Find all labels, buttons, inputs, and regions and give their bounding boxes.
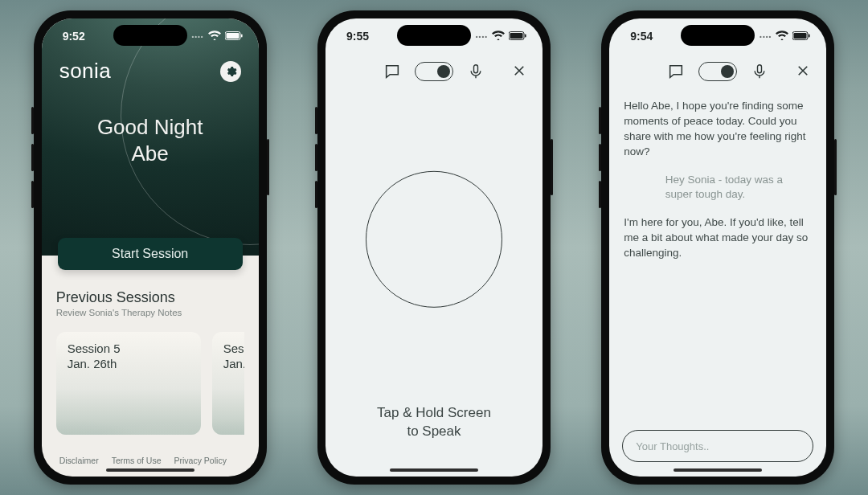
status-time: 9:55 [346,30,369,43]
chat-mode-button[interactable] [665,60,687,83]
previous-sessions-sub: Review Sonia's Therapy Notes [56,308,244,317]
session-card-date: Jan. 26th [68,357,190,370]
signal-dots-icon: •••• [476,33,488,40]
battery-icon [509,30,526,43]
wifi-icon [492,30,505,43]
phone-chat: 9:54 •••• Hello [601,10,834,485]
screen-chat: 9:54 •••• Hello [609,18,826,477]
toggle-knob [437,65,450,78]
notch [681,25,755,46]
session-card-title: Session 5 [68,342,190,355]
voice-prompt: Tap & Hold Screen to Speak [326,404,542,441]
status-time: 9:52 [63,30,85,43]
svg-rect-6 [473,65,477,73]
message-bot: I'm here for you, Abe. If you'd like, te… [624,215,812,261]
composer-placeholder: Your Thoughts.. [636,440,709,452]
battery-icon [792,30,810,43]
home-indicator [390,468,478,472]
greeting-line1: Good Night [42,114,259,141]
previous-sessions-heading: Previous Sessions [56,289,244,306]
mode-toggle[interactable] [415,62,453,81]
footer-links: Disclaimer Terms of Use Privacy Policy [56,449,244,477]
status-time: 9:54 [630,30,653,43]
hold-to-speak-ring[interactable] [366,171,502,308]
session-topbar [326,54,542,89]
notch [397,25,471,46]
svg-rect-1 [226,33,239,39]
hero-area: sonia Good Night Abe Start Session [42,18,259,256]
start-session-button[interactable]: Start Session [58,238,243,270]
toggle-knob [721,65,734,78]
session-card-date: Jan. 2 [223,357,244,370]
signal-dots-icon: •••• [760,33,772,40]
chat-bubble-icon [383,63,401,80]
status-right: •••• [191,30,242,43]
close-icon [796,63,810,78]
settings-button[interactable] [220,61,241,82]
close-button[interactable] [792,60,813,81]
greeting: Good Night Abe [42,114,259,166]
screen-home: 9:52 •••• sonia Good Night Abe [42,18,259,477]
home-indicator [106,468,194,472]
signal-dots-icon: •••• [191,33,203,40]
message-bot: Hello Abe, I hope you're finding some mo… [624,99,812,160]
session-topbar [609,54,826,89]
composer-input[interactable]: Your Thoughts.. [622,430,813,462]
status-right: •••• [760,30,810,43]
svg-rect-8 [794,33,807,39]
message-user: Hey Sonia - today was a super tough day. [665,173,813,203]
chat-bubble-icon [667,63,685,80]
home-indicator [674,468,762,472]
app-brand: sonia [59,59,112,84]
mic-icon [751,63,768,80]
session-card[interactable]: Session 5 Jan. 26th [56,332,201,435]
status-right: •••• [476,30,526,43]
svg-rect-9 [809,35,810,38]
wifi-icon [208,30,221,43]
greeting-line2: Abe [42,141,259,167]
mic-icon [468,63,484,80]
wifi-icon [776,30,788,43]
close-icon [512,63,526,78]
session-cards: Session 5 Jan. 26th Sess Jan. 2 [56,332,244,435]
chat-thread: Hello Abe, I hope you're finding some mo… [624,99,812,420]
gear-icon [224,65,237,78]
svg-rect-4 [510,33,522,39]
phone-home: 9:52 •••• sonia Good Night Abe [34,10,267,485]
voice-prompt-line2: to Speak [326,423,542,441]
voice-mode-button[interactable] [465,60,487,83]
disclaimer-link[interactable]: Disclaimer [59,456,99,465]
lower-section: Previous Sessions Review Sonia's Therapy… [42,256,259,477]
voice-mode-button[interactable] [748,60,771,83]
close-button[interactable] [509,60,530,81]
chat-mode-button[interactable] [381,60,403,83]
screen-voice: 9:55 •••• [326,18,542,477]
battery-icon [225,30,243,43]
mode-toggle[interactable] [698,62,737,81]
notch [113,25,187,46]
phone-voice: 9:55 •••• [317,10,551,485]
privacy-link[interactable]: Privacy Policy [174,456,227,465]
svg-rect-10 [758,65,762,73]
terms-link[interactable]: Terms of Use [112,456,162,465]
session-card[interactable]: Sess Jan. 2 [212,332,244,435]
session-card-title: Sess [223,342,244,355]
voice-prompt-line1: Tap & Hold Screen [326,404,542,423]
svg-rect-5 [525,35,526,38]
svg-rect-2 [241,35,243,38]
